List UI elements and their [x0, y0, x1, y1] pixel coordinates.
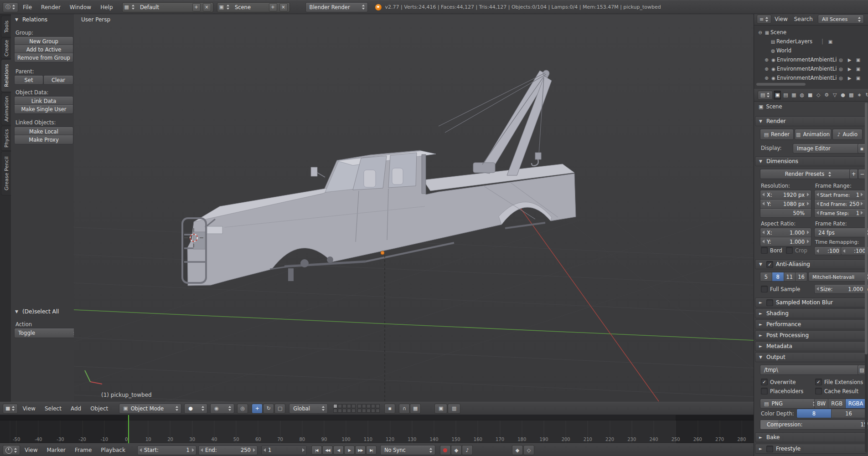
tow-truck-model[interactable]: [182, 70, 576, 286]
bake-panel-header[interactable]: ► Bake: [755, 432, 867, 442]
antialiasing-checkbox[interactable]: ✓: [766, 261, 773, 268]
file-extensions-checkbox[interactable]: ✓ File Extensions: [815, 379, 863, 385]
eye-icon[interactable]: ◎: [837, 76, 844, 81]
stepper-right-icon[interactable]: [807, 231, 809, 234]
aspect-x-field[interactable]: X: 1.000: [760, 228, 811, 237]
tab-render-layers[interactable]: ▤: [782, 91, 789, 100]
display-dropdown[interactable]: Image Editor: [793, 143, 863, 154]
stepper-right-icon[interactable]: [253, 448, 255, 452]
output-path-field[interactable]: /tmp\: [760, 365, 861, 375]
depth-8[interactable]: 8: [797, 409, 831, 418]
menu-object[interactable]: Object: [86, 405, 113, 412]
resolution-y-field[interactable]: Y: 1080 px: [760, 199, 811, 209]
menu-playback[interactable]: Playback: [96, 447, 130, 453]
aspect-y-field[interactable]: Y: 1.000: [760, 237, 811, 246]
editor-type-button[interactable]: ≡: [757, 15, 771, 24]
stepper-right-icon[interactable]: [861, 193, 863, 196]
aa-samples-16[interactable]: 16: [795, 272, 807, 281]
stepper-left-icon[interactable]: [816, 202, 819, 205]
channel-bw[interactable]: BW: [815, 399, 828, 408]
render-toggle-icon[interactable]: ▣: [827, 39, 834, 44]
auto-keyframe-button[interactable]: [440, 445, 451, 455]
layer-cell[interactable]: [333, 404, 337, 408]
crop-checkbox[interactable]: Crop: [786, 247, 807, 254]
post-processing-panel-header[interactable]: ► Post Processing: [755, 330, 867, 340]
make-single-user-button[interactable]: Make Single User: [14, 104, 73, 114]
outliner-filter-dropdown[interactable]: All Scenes: [818, 15, 864, 24]
expand-icon[interactable]: ⊕: [763, 57, 770, 62]
menu-search[interactable]: Search: [791, 16, 816, 22]
render-engine-dropdown[interactable]: Blender Render: [305, 2, 368, 12]
border-checkbox[interactable]: Bord: [761, 247, 782, 254]
render-audio-button[interactable]: ♪ Audio: [832, 129, 863, 140]
editor-type-button[interactable]: ⓘ: [3, 2, 18, 12]
freestyle-checkbox[interactable]: [766, 446, 773, 452]
menu-help[interactable]: Help: [96, 4, 117, 10]
stepper-left-icon[interactable]: [201, 448, 203, 452]
stepper-left-icon[interactable]: [843, 249, 845, 253]
tab-animation[interactable]: Animation: [1, 92, 12, 125]
layer-cell[interactable]: [371, 404, 375, 408]
file-format-dropdown[interactable]: ▤ PNG: [760, 399, 819, 409]
dimensions-panel-header[interactable]: ▼ Dimensions: [755, 156, 867, 166]
layer-cell[interactable]: [351, 404, 356, 408]
playback-button[interactable]: ▶▶: [355, 446, 366, 455]
time-remap-new-field[interactable]: :100: [841, 246, 868, 255]
full-sample-checkbox[interactable]: Full Sample: [761, 286, 800, 292]
aa-samples-11[interactable]: 11: [784, 272, 796, 281]
current-frame-field[interactable]: 1: [261, 446, 307, 455]
snap-toggle[interactable]: ∩: [399, 404, 410, 414]
layer-cell[interactable]: [367, 409, 371, 413]
layer-cell[interactable]: [347, 404, 351, 408]
aa-filter-dropdown[interactable]: Mitchell-Netravali: [808, 272, 868, 282]
close-scene-button[interactable]: ×: [279, 3, 288, 11]
layer-cell[interactable]: [371, 409, 375, 413]
render-toggle-icon[interactable]: ▣: [855, 67, 862, 72]
close-layout-button[interactable]: ×: [203, 3, 211, 11]
frame-end-field[interactable]: End: 250: [198, 446, 258, 455]
outliner-row-environment-light[interactable]: ⊕ ◉ EnvironmentAmbientLi ◎ ▶ ▣: [754, 56, 868, 64]
motion-blur-checkbox[interactable]: [766, 299, 773, 306]
playback-button[interactable]: ▶|: [366, 446, 377, 455]
timeline-ruler[interactable]: -50-40-30-20-100102030405060708090100110…: [0, 414, 754, 443]
menu-view[interactable]: View: [20, 447, 42, 453]
selectable-icon[interactable]: ▶: [846, 57, 853, 62]
menu-window[interactable]: Window: [65, 4, 96, 10]
tab-modifiers[interactable]: ⚙: [823, 91, 830, 100]
stepper-left-icon[interactable]: [762, 231, 765, 234]
stepper-right-icon[interactable]: [861, 202, 863, 205]
cache-result-checkbox[interactable]: Cache Result: [815, 388, 858, 395]
screen-layout-selector[interactable]: ▦ Default + ×: [122, 2, 213, 12]
layer-cell[interactable]: [351, 409, 356, 413]
frame-step-field[interactable]: Frame Step: 1: [814, 208, 865, 218]
render-animation-button[interactable]: ▥ Animation: [795, 129, 832, 140]
end-frame-field[interactable]: End Frame: 250: [814, 199, 865, 209]
tab-constraints[interactable]: ◇: [815, 91, 822, 100]
snap-element-dropdown[interactable]: ▦: [410, 404, 421, 414]
menu-render[interactable]: Render: [36, 4, 65, 10]
add-scene-button[interactable]: +: [269, 3, 277, 11]
layer-cell[interactable]: [338, 404, 342, 408]
stepper-left-icon[interactable]: [762, 202, 765, 205]
menu-view[interactable]: View: [771, 16, 790, 22]
opengl-render-image-button[interactable]: ▣: [434, 404, 447, 414]
editor-type-button[interactable]: ▤: [758, 91, 773, 100]
resolution-x-field[interactable]: X: 1920 px: [760, 190, 811, 200]
manipulator-translate-button[interactable]: +: [252, 404, 263, 414]
aa-samples-8[interactable]: 8: [772, 272, 784, 281]
compression-slider[interactable]: Compression: 15%: [760, 420, 868, 430]
tab-object[interactable]: ■: [806, 91, 814, 100]
resolution-percentage-slider[interactable]: 50%: [760, 208, 811, 218]
layer-cell[interactable]: [362, 404, 366, 408]
start-frame-field[interactable]: Start Frame: 1: [814, 190, 865, 200]
layer-cell[interactable]: [367, 404, 371, 408]
tab-scene[interactable]: ▦: [790, 91, 797, 100]
layer-cell[interactable]: [333, 409, 337, 413]
layers-widget[interactable]: [333, 404, 380, 413]
add-layout-button[interactable]: +: [192, 3, 201, 11]
make-proxy-button[interactable]: Make Proxy: [14, 135, 73, 144]
relations-panel-header[interactable]: ▼ Relations: [12, 15, 72, 24]
frame-start-field[interactable]: Start: 1: [137, 446, 196, 455]
delete-keyframe-button[interactable]: ◇: [523, 445, 534, 455]
layer-cell[interactable]: [376, 409, 380, 413]
